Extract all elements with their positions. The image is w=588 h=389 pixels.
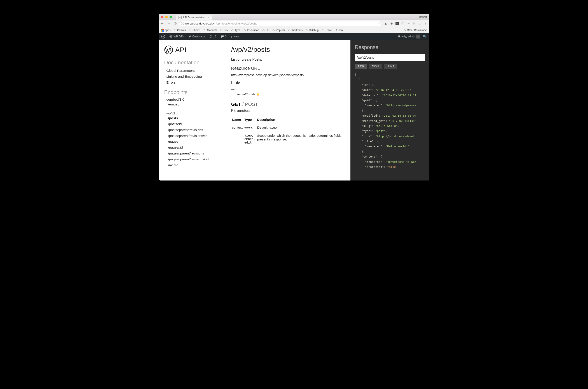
reload-icon[interactable]: ⟳ — [174, 21, 177, 26]
profile-label[interactable]: Robert — [419, 16, 427, 19]
parameters-table: Name Type Description context enum: Defa… — [231, 116, 344, 146]
wp-comments[interactable]: 0 — [220, 35, 227, 38]
apps-icon — [161, 29, 164, 32]
sidebar-group-wpv2[interactable]: wp/v2 — [164, 111, 219, 115]
close-icon[interactable] — [161, 16, 163, 18]
folder-icon: 🗀 — [189, 29, 192, 32]
doc-sidebar: API Documentation Global Parameters Link… — [159, 40, 225, 181]
sidebar-item-posts-revisions-id[interactable]: /posts/:parent/revisions/:id — [164, 133, 219, 139]
titlebar: 🗎 API Documentation × Robert — [159, 14, 429, 20]
link-self-label: self — [231, 88, 344, 91]
response-path-input[interactable]: /wp/v2/posts — [355, 54, 425, 61]
sidebar-item-posts-revisions[interactable]: /posts/:parent/revisions — [164, 127, 219, 133]
search-icon[interactable]: 🔍 — [423, 34, 427, 38]
wp-new[interactable]: +New — [231, 35, 239, 38]
bookmark-ux[interactable]: 🗀UX — [262, 29, 270, 32]
response-panel: Response /wp/v2/posts RAW JSON LINKS [ {… — [350, 40, 429, 181]
parameters-heading: Parameters — [231, 108, 344, 113]
folder-icon: 🗀 — [306, 29, 308, 32]
sidebar-item-posts[interactable]: /posts — [164, 115, 219, 121]
sidebar-item-media[interactable]: /media — [164, 162, 219, 168]
param-type-2: view,embed,edit — [244, 131, 256, 146]
url-bar[interactable]: i wordpress-develop.dev/api-docs/endpoin… — [179, 21, 382, 26]
links-heading: Links — [231, 80, 344, 85]
sidebar-item-pages-revisions-id[interactable]: /pages/:parent/revisions/:id — [164, 157, 219, 162]
th-name: Name — [231, 116, 244, 123]
ext-icon-2[interactable]: ✚ — [390, 22, 393, 25]
browser-window: 🗎 API Documentation × Robert ← → ⟳ i wor… — [159, 14, 429, 181]
th-description: Description — [256, 116, 344, 123]
avatar — [416, 34, 420, 38]
bookmark-comics[interactable]: 🗀Comics — [174, 29, 186, 32]
bookmark-travel[interactable]: 🗀Travel — [322, 29, 333, 32]
bookmark-inspiration[interactable]: 🗀Inspiration — [244, 29, 259, 32]
url-host: wordpress-develop.dev — [185, 22, 215, 25]
endpoints-heading: Endpoints — [164, 89, 219, 96]
api-logo: API — [164, 45, 219, 54]
bookmark-type[interactable]: 🗀Type — [231, 29, 240, 32]
plus-icon: + — [231, 35, 233, 38]
bookmarks-bar: Apps 🗀Comics 🗀Clients 🗀Marklets 🗀Dev 🗀Ty… — [159, 27, 429, 33]
sidebar-item-pages-revisions[interactable]: /pages/:parent/revisions — [164, 151, 219, 157]
site-info-icon[interactable]: i — [181, 22, 184, 25]
http-methods: GET/POST — [231, 101, 344, 107]
bookmark-xdebug[interactable]: 🗀XDebug — [306, 29, 318, 32]
sidebar-item-linking[interactable]: Linking and Embedding — [164, 74, 219, 80]
tab-raw[interactable]: RAW — [355, 64, 367, 69]
folder-icon: 🗀 — [272, 29, 275, 32]
sidebar-item-global-parameters[interactable]: Global Parameters — [164, 68, 219, 74]
ext-icon-m[interactable]: M — [413, 22, 416, 25]
page-description: List or create Posts. — [231, 58, 344, 62]
tab-close-icon[interactable]: × — [208, 16, 210, 19]
bookmark-apps[interactable]: Apps — [161, 29, 171, 32]
bookmark-marklets[interactable]: 🗀Marklets — [204, 29, 217, 32]
folder-icon: 🗀 — [204, 29, 206, 32]
menu-icon[interactable]: ⋮ — [424, 22, 428, 25]
sidebar-item-errors[interactable]: Errors — [164, 80, 219, 86]
extension-icons: ◐ ✚ JB ◯ ✉ M ◌ ⋮ — [384, 22, 428, 25]
ext-icon-opera[interactable]: ◯ — [401, 22, 405, 25]
page-title: /wp/v2/posts — [231, 45, 344, 54]
ext-icon-5[interactable]: ✉ — [407, 22, 410, 25]
tab-json[interactable]: JSON — [369, 64, 382, 69]
back-icon[interactable]: ← — [161, 21, 164, 26]
doc-main: /wp/v2/posts List or create Posts. Resou… — [225, 40, 350, 181]
wp-howdy[interactable]: Howdy, admin — [398, 34, 420, 38]
th-type: Type — [244, 116, 256, 123]
bookmark-popular[interactable]: 🗀Popular — [272, 29, 285, 32]
wp-updates[interactable]: 12 — [209, 35, 217, 38]
folder-icon: 🗀 — [322, 29, 324, 32]
forward-icon[interactable]: → — [167, 21, 171, 26]
sidebar-item-embed[interactable]: /embed — [164, 101, 219, 107]
folder-icon: 🗀 — [220, 29, 223, 32]
window-controls — [161, 16, 172, 18]
folder-icon: 🗀 — [244, 29, 246, 32]
bookmark-clients[interactable]: 🗀Clients — [189, 29, 201, 32]
wp-logo[interactable] — [161, 34, 165, 38]
response-tabs: RAW JSON LINKS — [355, 64, 425, 69]
method-get[interactable]: GET — [231, 101, 241, 107]
sidebar-item-pages[interactable]: /pages — [164, 139, 219, 145]
ext-icon-jb[interactable]: JB — [396, 22, 399, 25]
bookmark-dev[interactable]: 🗀Dev — [220, 29, 228, 32]
wp-site-link[interactable]: WP DEV — [169, 35, 185, 38]
ext-icon-1[interactable]: ◐ — [384, 22, 388, 25]
minimize-icon[interactable] — [165, 16, 168, 18]
tab-title: API Documentation — [183, 16, 205, 19]
sidebar-item-pages-id[interactable]: /pages/:id — [164, 145, 219, 151]
sidebar-item-posts-id[interactable]: /posts/:id — [164, 121, 219, 127]
other-bookmarks[interactable]: 🗀Other Bookmarks — [403, 29, 427, 32]
browser-tab[interactable]: 🗎 API Documentation × — [176, 15, 212, 20]
link-self-path[interactable]: /wp/v2/posts 👉 — [231, 92, 344, 96]
tab-links[interactable]: LINKS — [384, 64, 398, 69]
maximize-icon[interactable] — [170, 16, 172, 18]
ext-icon-7[interactable]: ◌ — [418, 22, 422, 25]
bookmark-workouts[interactable]: 🗀Workouts — [288, 29, 303, 32]
wp-customize[interactable]: Customize — [188, 35, 205, 38]
bookmark-rttw[interactable]: 🗎rttw — [335, 29, 343, 32]
bookmark-star-icon[interactable]: ☆ — [377, 22, 380, 25]
svg-point-0 — [161, 35, 165, 38]
sidebar-group-oembed[interactable]: oembed/1.0 — [164, 97, 219, 101]
method-post[interactable]: POST — [245, 101, 258, 107]
response-body: [ { "id": 1, "date": "2016-12-04T16:22:1… — [355, 72, 425, 169]
